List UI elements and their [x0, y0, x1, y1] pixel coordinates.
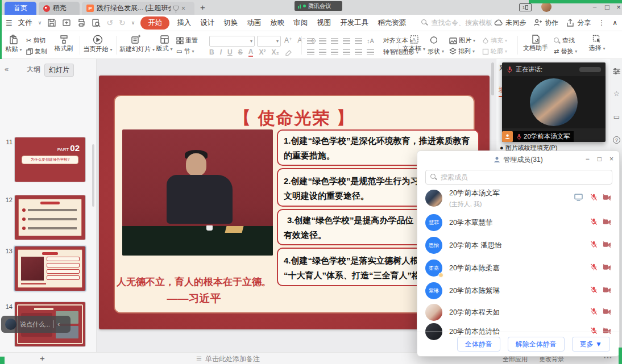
command-search-input[interactable] — [431, 19, 504, 27]
collaborate-button[interactable]: 协作 — [533, 18, 558, 28]
slide-thumbnail-11[interactable]: PART 02 为什么要创建绿色学校? — [15, 137, 85, 182]
pin-tab-icon[interactable] — [173, 6, 179, 11]
copy-button[interactable]: 复制 — [26, 47, 47, 56]
minimize-icon[interactable]: − — [586, 155, 590, 163]
mic-off-icon[interactable] — [590, 241, 598, 250]
collapse-ribbon-icon[interactable]: ∧ — [612, 19, 617, 27]
save-icon[interactable] — [47, 18, 56, 27]
italic-button[interactable]: I — [220, 48, 222, 56]
text-direction-icon[interactable] — [355, 38, 362, 44]
redo-icon[interactable]: ↻ — [119, 18, 126, 27]
chat-placeholder[interactable]: 说点什么... — [20, 320, 50, 329]
ribbon-tab-slideshow[interactable]: 放映 — [268, 18, 286, 28]
doc-assistant-button[interactable]: 文档助手 — [521, 35, 550, 52]
font-size-select[interactable]: ▾ — [257, 36, 281, 47]
camera-off-icon[interactable] — [603, 241, 611, 249]
hamburger-icon[interactable]: ☰ — [6, 19, 13, 27]
share-button[interactable]: 分享 — [566, 18, 591, 28]
increase-indent-icon[interactable] — [343, 38, 350, 44]
screenshare-icon[interactable] — [574, 194, 583, 203]
favorites-icon[interactable]: ☆ — [613, 90, 620, 98]
mic-off-icon[interactable] — [590, 218, 598, 227]
tab-daoke[interactable]: 稻壳 — [39, 2, 80, 15]
font-name-select[interactable]: ▾ — [209, 36, 255, 47]
new-slide-button[interactable]: 新建幻灯片 ▾ — [119, 35, 152, 53]
meeting-chat-bubble[interactable]: 说点什么... ‹ — [1, 316, 71, 333]
shape-button[interactable]: 形状 ▾ — [428, 47, 444, 56]
add-slide-button[interactable]: + — [40, 353, 45, 363]
print-icon[interactable] — [77, 18, 86, 27]
text-box-button[interactable]: A 文本框 ▾ — [401, 35, 426, 53]
picture-button[interactable]: 图片 ▾ — [449, 36, 475, 45]
print-preview-icon[interactable] — [92, 18, 101, 27]
member-row[interactable]: 紫琳 20学前本陈紫琳 — [417, 279, 619, 302]
close-button[interactable]: × — [614, 3, 622, 11]
section-button[interactable]: ▭ 节 ▾ — [176, 47, 194, 56]
strikethrough-button[interactable]: S — [238, 48, 243, 56]
reset-button[interactable]: 重置 — [176, 36, 198, 45]
file-menu[interactable]: 文件 — [18, 18, 32, 28]
camera-off-icon[interactable] — [603, 308, 611, 316]
layout-button[interactable]: 版式 ▾ — [155, 35, 174, 53]
format-painter-button[interactable]: 格式刷 — [52, 35, 75, 53]
quickbar-caret-icon[interactable]: ∨ — [131, 20, 135, 26]
restore-button[interactable]: □ — [603, 3, 612, 11]
underline-button[interactable]: U — [227, 48, 233, 56]
close-tab-icon[interactable]: × — [181, 5, 185, 12]
slide-quote[interactable]: 人无德不立，育人的根本在于立德。 ——习近平 — [111, 275, 277, 306]
maximize-icon[interactable]: □ — [598, 155, 602, 163]
workspace-switch-icon[interactable]: 1 — [519, 3, 532, 11]
camera-off-icon[interactable] — [603, 219, 611, 227]
mic-off-icon[interactable] — [590, 263, 598, 273]
minimize-button[interactable]: − — [590, 3, 599, 11]
sidebar-scrollbar[interactable] — [92, 144, 94, 207]
meeting-floating-bar[interactable]: 腾讯会议 — [295, 1, 342, 11]
tab-outline[interactable]: 大纲 — [23, 64, 44, 76]
main-scrollbar[interactable] — [491, 62, 494, 95]
paste-button[interactable]: 粘贴 ▾ — [3, 35, 24, 53]
collapse-sidebar-icon[interactable]: « — [5, 65, 9, 73]
member-management-panel[interactable]: 管理成员(31) − □ × 20学前本汤文军 (主持人, 我) 慧菲 20学本… — [417, 150, 620, 357]
tab-slides[interactable]: 幻灯片 — [44, 64, 74, 77]
camera-off-icon[interactable] — [603, 194, 611, 202]
more-menu-icon[interactable]: ⋮ — [598, 19, 605, 27]
tab-document[interactable]: P 践行绿色发展... (主题班会) × — [82, 2, 194, 15]
tab-home[interactable]: 首页 — [5, 2, 36, 15]
member-row[interactable]: 20学前本程天如 — [417, 302, 619, 323]
ribbon-tab-transition[interactable]: 切换 — [222, 18, 239, 28]
help-icon[interactable]: ? — [613, 136, 620, 144]
ribbon-tab-design[interactable]: 设计 — [198, 18, 216, 28]
ribbon-tab-review[interactable]: 审阅 — [292, 18, 309, 28]
mic-off-icon[interactable] — [590, 308, 598, 317]
mute-all-button[interactable]: 全体静音 — [457, 337, 500, 352]
cut-button[interactable]: ✂ 剪切 — [26, 36, 45, 45]
command-search[interactable] — [421, 19, 504, 27]
highlight-icon[interactable] — [285, 49, 292, 56]
slide-thumbnail-12[interactable] — [15, 195, 85, 240]
bullet-list-icon[interactable] — [307, 38, 314, 44]
mic-off-icon[interactable] — [590, 194, 598, 203]
justify-icon[interactable] — [343, 49, 350, 55]
camera-off-icon[interactable] — [603, 264, 611, 272]
member-row[interactable]: 思怡 20学前本 潘思怡 — [417, 234, 619, 257]
chat-collapse-icon[interactable]: ‹ — [57, 320, 60, 328]
decrease-indent-icon[interactable] — [331, 38, 338, 44]
member-row[interactable]: 20学前本汤文军 (主持人, 我) — [417, 185, 619, 211]
play-from-current-button[interactable]: 当页开始 ▾ — [83, 35, 113, 53]
member-search-input[interactable] — [441, 173, 607, 181]
columns-icon[interactable] — [367, 49, 374, 55]
layout-pane-icon[interactable]: ▭ — [613, 113, 620, 121]
numbered-list-icon[interactable] — [319, 38, 326, 44]
camera-off-icon[interactable] — [603, 287, 611, 295]
slide-title[interactable]: 【 使命光荣 】 — [99, 107, 490, 130]
subscript-button[interactable]: X₂ — [271, 48, 279, 56]
slide-photo[interactable] — [122, 129, 273, 256]
notes-area[interactable]: ☰ 单击此处添加备注 — [196, 354, 260, 364]
new-tab-button[interactable]: + — [200, 2, 205, 12]
meeting-video-overlay[interactable]: 正在讲话: 20学前本汤文军 — [502, 62, 606, 142]
ribbon-tab-start[interactable]: 开始 — [140, 16, 169, 30]
outline-button[interactable]: 轮廓 ▾ — [482, 47, 507, 56]
ribbon-tab-insert[interactable]: 插入 — [175, 18, 193, 28]
slide-thumbnail-13-current[interactable] — [15, 246, 85, 291]
line-spacing-icon[interactable]: ↕A — [367, 37, 374, 44]
